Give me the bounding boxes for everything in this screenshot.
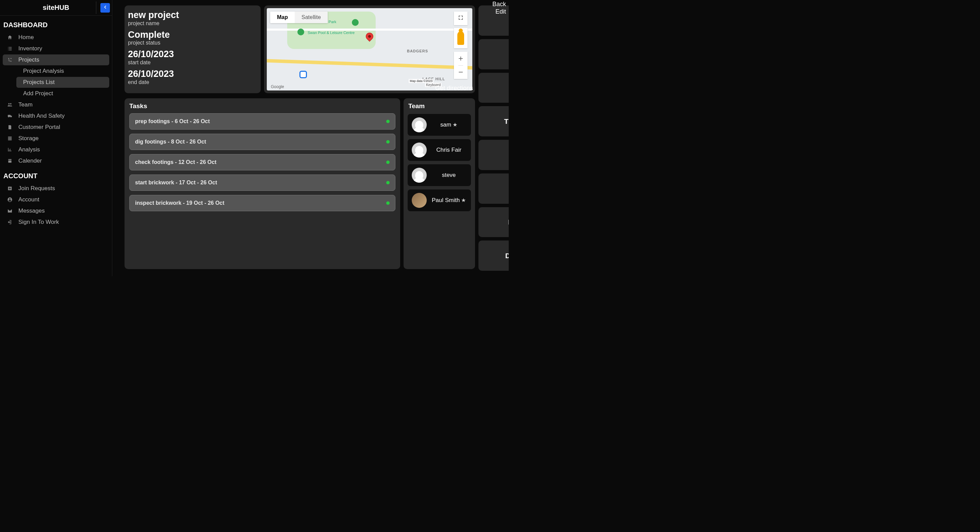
projects-subnav: Project Analysis Projects List Add Proje…	[0, 66, 112, 99]
task-row[interactable]: dig footings - 8 Oct - 26 Oct	[129, 134, 395, 150]
nav-label: Join Requests	[18, 185, 55, 192]
map-area-label: BADGERS	[407, 49, 428, 53]
tasks-title: Tasks	[127, 101, 398, 113]
map-zoom-out[interactable]: −	[458, 66, 463, 79]
nav-health-safety[interactable]: Health And Safety	[3, 111, 109, 121]
edit-link[interactable]: Edit	[492, 8, 506, 16]
nav-project-analysis[interactable]: Project Analysis	[16, 66, 109, 76]
status-dot-icon	[386, 181, 390, 184]
user-silhouette-icon	[415, 171, 423, 179]
expenses-button[interactable]: Expenses	[479, 207, 509, 237]
nav-customer-portal[interactable]: Customer Portal	[3, 122, 109, 133]
documents-button[interactable]: Documents	[479, 240, 509, 271]
team-member-name: sam★	[431, 121, 467, 128]
nav-sign-in-to-work[interactable]: Sign In To Work	[3, 217, 109, 227]
task-label: dig footings - 8 Oct - 26 Oct	[135, 139, 206, 145]
task-list: prep footings - 6 Oct - 26 Oct dig footi…	[127, 113, 398, 211]
map-streetview-button[interactable]	[454, 28, 468, 48]
nav-label: Add Project	[23, 90, 53, 97]
project-name-label: project name	[128, 21, 256, 27]
park-marker-icon	[298, 29, 304, 35]
task-row[interactable]: start brickwork - 17 Oct - 26 Oct	[129, 175, 395, 191]
task-row[interactable]: check footings - 12 Oct - 26 Oct	[129, 154, 395, 170]
star-icon: ★	[461, 197, 466, 203]
project-start-label: start date	[128, 60, 256, 66]
section-dashboard-title: DASHBOARD	[0, 16, 112, 32]
project-start-date: 26/10/2023	[128, 49, 256, 60]
nav-label: Storage	[18, 135, 39, 142]
project-status: Complete	[128, 30, 256, 40]
user-circle-icon	[6, 197, 14, 203]
team-member-name: steve	[431, 172, 467, 179]
calender-button[interactable]: Calender	[479, 140, 509, 170]
avatar	[412, 193, 427, 208]
map-type-switch: Map Satellite	[270, 11, 328, 23]
nav-inventory[interactable]: Inventory	[3, 43, 109, 54]
back-link[interactable]: Back	[492, 1, 506, 8]
tasks-card: Tasks prep footings - 6 Oct - 26 Oct dig…	[124, 98, 400, 269]
team-member-row[interactable]: Paul Smith★	[408, 189, 471, 211]
timesheets-button[interactable]: Time sheets	[479, 106, 509, 137]
dashboard-nav-2: Team Health And Safety Customer Portal S…	[0, 99, 112, 166]
status-dot-icon	[386, 140, 390, 143]
nav-label: Sign In To Work	[18, 219, 59, 226]
gaant-button[interactable]: Gaant	[479, 173, 509, 204]
map-type-map[interactable]: Map	[270, 11, 295, 23]
avatar	[412, 168, 427, 183]
nav-calender[interactable]: Calender	[3, 156, 109, 166]
status-dot-icon	[386, 120, 390, 123]
envelope-icon	[6, 208, 14, 214]
get-directions-link[interactable]: Get directions	[435, 85, 473, 92]
task-row[interactable]: prep footings - 6 Oct - 26 Oct	[129, 113, 395, 130]
store-marker-icon	[299, 71, 307, 78]
nav-join-requests[interactable]: Join Requests	[3, 183, 109, 194]
nav-add-project[interactable]: Add Project	[16, 88, 109, 99]
nav-label: Customer Portal	[18, 124, 60, 130]
fullscreen-icon	[458, 14, 464, 22]
status-dot-icon	[386, 202, 390, 205]
map-road	[267, 59, 472, 69]
team-member-row[interactable]: Chris Fair	[408, 139, 471, 161]
nav-label: Inventory	[18, 45, 42, 52]
project-status-label: project status	[128, 40, 256, 46]
map-zoom-in[interactable]: +	[458, 52, 463, 66]
nav-storage[interactable]: Storage	[3, 133, 109, 144]
branch-icon	[6, 57, 14, 63]
map-type-satellite[interactable]: Satellite	[295, 11, 328, 23]
reports-button[interactable]: Reports	[479, 73, 509, 103]
nav-label: Account	[18, 196, 39, 203]
project-info-card: new project project name Complete projec…	[124, 5, 261, 93]
map-canvas[interactable]: BADGERS LACE HILL Bourton Park Swan Pool…	[267, 8, 472, 91]
team-card: Team sam★ Chris Fair steve Paul Smith★	[404, 98, 475, 269]
ambulance-icon	[6, 113, 14, 119]
nav-projects-list[interactable]: Projects List	[16, 77, 109, 88]
storage-icon	[6, 135, 14, 141]
map-fullscreen-button[interactable]	[454, 11, 468, 25]
park-marker-icon	[352, 19, 359, 26]
nav-home[interactable]: Home	[3, 32, 109, 43]
nav-label: Health And Safety	[18, 113, 65, 119]
task-label: prep footings - 6 Oct - 26 Oct	[135, 118, 210, 124]
star-icon: ★	[453, 122, 457, 127]
task-label: check footings - 12 Oct - 26 Oct	[135, 159, 216, 165]
budgets-button[interactable]: Budgets	[479, 39, 509, 69]
document-icon	[6, 124, 14, 130]
dashboard-nav: Home Inventory Projects	[0, 32, 112, 65]
team-member-row[interactable]: steve	[408, 164, 471, 186]
nav-label: Team	[18, 102, 33, 108]
nav-label: Analysis	[18, 146, 40, 153]
map-poi-label: Swan Pool & Leisure Centre	[308, 31, 355, 35]
team-member-row[interactable]: sam★	[408, 114, 471, 136]
nav-projects[interactable]: Projects	[3, 54, 109, 65]
sidebar-header: siteHUB	[0, 0, 112, 16]
nav-messages[interactable]: Messages	[3, 205, 109, 216]
nav-team[interactable]: Team	[3, 99, 109, 110]
nav-analysis[interactable]: Analysis	[3, 144, 109, 155]
collapse-sidebar-button[interactable]	[100, 3, 110, 13]
actions-column: Material Budgets Reports Time sheets Cal…	[479, 5, 509, 271]
avatar	[412, 143, 427, 157]
task-row[interactable]: inspect brickwork - 19 Oct - 26 Oct	[129, 195, 395, 211]
nav-account[interactable]: Account	[3, 194, 109, 205]
sidebar: siteHUB DASHBOARD Home Inventory Project…	[0, 0, 112, 276]
team-icon	[6, 102, 14, 108]
